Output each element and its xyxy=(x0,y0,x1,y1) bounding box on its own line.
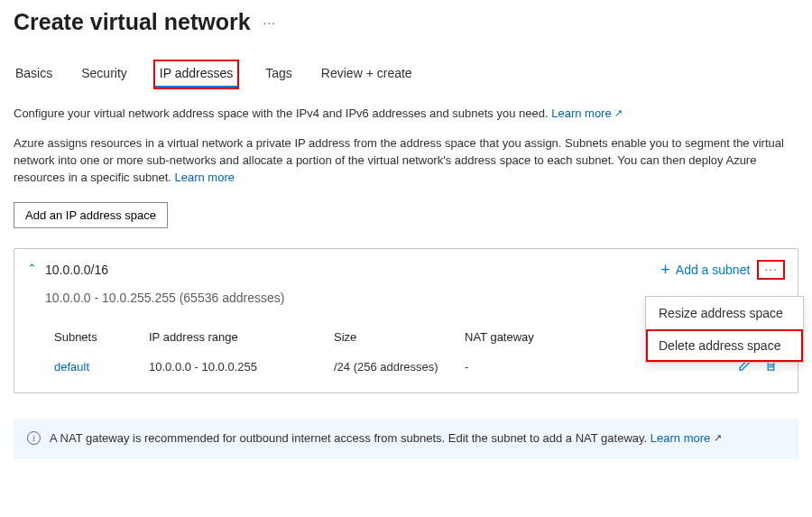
external-link-icon: ↗ xyxy=(714,432,722,443)
external-link-icon: ↗ xyxy=(614,107,623,118)
chevron-up-icon[interactable]: ⌃ xyxy=(27,262,36,275)
col-header-subnets: Subnets xyxy=(54,330,149,344)
page-header: Create virtual network ··· xyxy=(14,9,798,35)
subnet-name-link[interactable]: default xyxy=(54,360,89,374)
info-banner: i A NAT gateway is recommended for outbo… xyxy=(14,419,798,459)
tab-tags[interactable]: Tags xyxy=(263,60,294,88)
tabs-bar: Basics Security IP addresses Tags Review… xyxy=(14,60,798,89)
intro-text-1: Configure your virtual network address s… xyxy=(14,106,798,123)
col-header-size: Size xyxy=(334,330,465,344)
subnet-size: /24 (256 addresses) xyxy=(334,360,465,374)
plus-icon: + xyxy=(660,265,670,275)
col-header-nat: NAT gateway xyxy=(465,330,595,344)
banner-learn-more-link[interactable]: Learn more xyxy=(651,431,710,445)
add-subnet-button[interactable]: + Add a subnet xyxy=(660,263,750,277)
intro-para2: Azure assigns resources in a virtual net… xyxy=(14,136,784,184)
col-header-range: IP address range xyxy=(149,330,334,344)
address-space-cidr: 10.0.0.0/16 xyxy=(45,263,108,277)
menu-item-delete[interactable]: Delete address space xyxy=(646,329,803,362)
banner-body: A NAT gateway is recommended for outboun… xyxy=(50,429,722,448)
subnet-nat: - xyxy=(465,360,595,374)
address-space-left: ⌃ 10.0.0.0/16 xyxy=(27,263,108,277)
learn-more-link-1[interactable]: Learn more ↗ xyxy=(551,106,623,120)
tab-basics[interactable]: Basics xyxy=(14,60,54,88)
intro-text-2: Azure assigns resources in a virtual net… xyxy=(14,135,798,187)
menu-item-resize[interactable]: Resize address space xyxy=(646,297,803,329)
intro-line1: Configure your virtual network address s… xyxy=(14,106,551,120)
banner-text: A NAT gateway is recommended for outboun… xyxy=(50,431,651,445)
subnet-range: 10.0.0.0 - 10.0.0.255 xyxy=(149,360,334,374)
learn-more-link-2[interactable]: Learn more xyxy=(174,171,234,184)
address-space-context-menu: Resize address space Delete address spac… xyxy=(645,296,804,363)
add-subnet-label: Add a subnet xyxy=(676,263,751,277)
tab-review-create[interactable]: Review + create xyxy=(319,60,414,88)
more-actions-icon[interactable]: ··· xyxy=(263,15,277,30)
address-space-header: ⌃ 10.0.0.0/16 + Add a subnet ··· xyxy=(27,260,785,280)
address-space-more-icon[interactable]: ··· xyxy=(757,260,785,280)
info-icon: i xyxy=(27,431,41,445)
add-address-space-button[interactable]: Add an IP address space xyxy=(14,202,168,228)
page-title: Create virtual network xyxy=(14,9,251,35)
tab-ip-addresses[interactable]: IP addresses xyxy=(154,60,238,88)
address-space-actions: + Add a subnet ··· xyxy=(660,260,785,280)
tab-security[interactable]: Security xyxy=(79,60,129,88)
